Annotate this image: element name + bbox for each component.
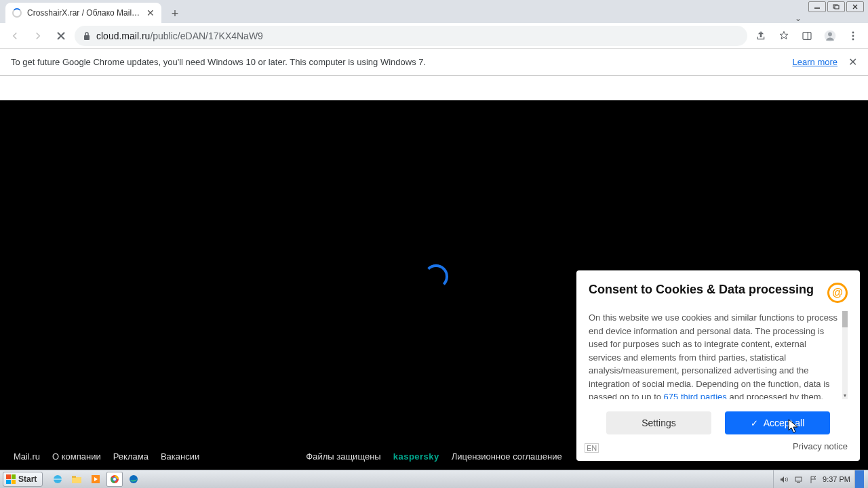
browser-tab[interactable]: CrosshairX.rar / Облако Mail.ru ✕	[5, 3, 161, 23]
share-icon[interactable]	[751, 26, 770, 45]
svg-point-22	[113, 478, 116, 481]
footer-link-ads[interactable]: Реклама	[113, 451, 149, 462]
footer-link-about[interactable]: О компании	[52, 451, 101, 462]
cookie-accept-button[interactable]: ✓ Accept all	[725, 411, 830, 434]
window-minimize-button[interactable]	[808, 1, 826, 12]
svg-point-11	[828, 32, 832, 36]
bookmark-icon[interactable]	[774, 26, 793, 45]
menu-icon[interactable]	[844, 26, 863, 45]
footer-link-mailru[interactable]: Mail.ru	[14, 451, 40, 462]
taskbar-explorer-icon[interactable]	[68, 472, 85, 487]
svg-rect-7	[84, 35, 90, 40]
svg-rect-8	[803, 32, 811, 39]
tab-title: CrosshairX.rar / Облако Mail.ru	[27, 8, 141, 18]
taskbar-chrome-icon[interactable]	[106, 472, 123, 487]
third-parties-link[interactable]: 675 third parties	[664, 392, 727, 399]
window-controls	[808, 1, 864, 12]
svg-rect-24	[795, 477, 802, 481]
address-bar[interactable]: cloud.mail.ru/public/eDAN/17KX4NaW9	[75, 26, 747, 46]
svg-rect-2	[835, 5, 839, 9]
taskbar-media-icon[interactable]	[87, 472, 104, 487]
taskbar: Start 9:37 PM	[0, 470, 868, 488]
infobar-message: To get future Google Chrome updates, you…	[11, 57, 426, 67]
forward-button[interactable]	[28, 26, 47, 45]
svg-rect-16	[72, 477, 81, 483]
tray-clock[interactable]: 9:37 PM	[823, 475, 850, 483]
tab-close-button[interactable]: ✕	[146, 7, 155, 18]
show-desktop-button[interactable]	[854, 470, 864, 488]
learn-more-link[interactable]: Learn more	[793, 57, 837, 67]
cookie-dialog-title: Consent to Cookies & Data processing	[589, 283, 823, 297]
footer-link-jobs[interactable]: Вакансии	[161, 451, 199, 462]
scrollbar-thumb[interactable]	[842, 311, 848, 327]
loading-spinner-icon	[424, 264, 448, 289]
language-icon[interactable]: EN	[585, 443, 599, 453]
profile-icon[interactable]	[821, 26, 840, 45]
check-icon: ✓	[751, 418, 758, 428]
loading-spinner-icon	[12, 8, 22, 18]
cookie-scrollbar[interactable]: ▾	[842, 311, 848, 399]
privacy-notice-link[interactable]: Privacy notice	[589, 441, 848, 451]
window-maximize-button[interactable]	[827, 1, 845, 12]
update-infobar: To get future Google Chrome updates, you…	[0, 49, 868, 76]
at-sign-icon: @	[827, 283, 848, 303]
windows-logo-icon	[6, 474, 16, 484]
sidepanel-icon[interactable]	[797, 26, 816, 45]
tray-sound-icon[interactable]	[778, 474, 789, 485]
taskbar-edge-icon[interactable]	[125, 472, 142, 487]
chevron-down-icon[interactable]: ▾	[842, 392, 848, 399]
back-button[interactable]	[5, 26, 24, 45]
svg-point-14	[852, 38, 854, 40]
stop-button[interactable]	[52, 26, 71, 45]
lock-icon	[83, 31, 91, 41]
kaspersky-logo: kaspersky	[393, 451, 439, 462]
svg-point-12	[852, 31, 854, 33]
cookie-dialog-body: On this website we use cookies and simil…	[589, 311, 848, 399]
svg-point-23	[130, 475, 138, 483]
tray-flag-icon[interactable]	[808, 474, 818, 485]
svg-point-13	[852, 35, 854, 37]
cookie-consent-dialog: Consent to Cookies & Data processing @ O…	[576, 270, 860, 461]
start-button[interactable]: Start	[3, 472, 43, 487]
tray-network-icon[interactable]	[793, 474, 804, 485]
taskbar-ie-icon[interactable]	[50, 472, 66, 487]
infobar-close-button[interactable]: ✕	[848, 56, 857, 68]
window-close-button[interactable]	[846, 1, 864, 12]
footer-files-protected: Файлы защищены	[306, 451, 380, 462]
cookie-settings-button[interactable]: Settings	[606, 411, 711, 434]
tabs-dropdown-button[interactable]: ⌄	[795, 14, 802, 23]
svg-rect-17	[72, 476, 76, 478]
system-tray: 9:37 PM	[773, 470, 868, 488]
svg-rect-25	[797, 482, 800, 483]
tab-strip: CrosshairX.rar / Облако Mail.ru ✕ + ⌄	[0, 0, 868, 23]
new-tab-button[interactable]: +	[165, 4, 184, 23]
footer-link-license[interactable]: Лицензионное соглашение	[452, 451, 562, 462]
browser-toolbar: cloud.mail.ru/public/eDAN/17KX4NaW9	[0, 23, 868, 49]
url-text: cloud.mail.ru/public/eDAN/17KX4NaW9	[96, 30, 263, 41]
